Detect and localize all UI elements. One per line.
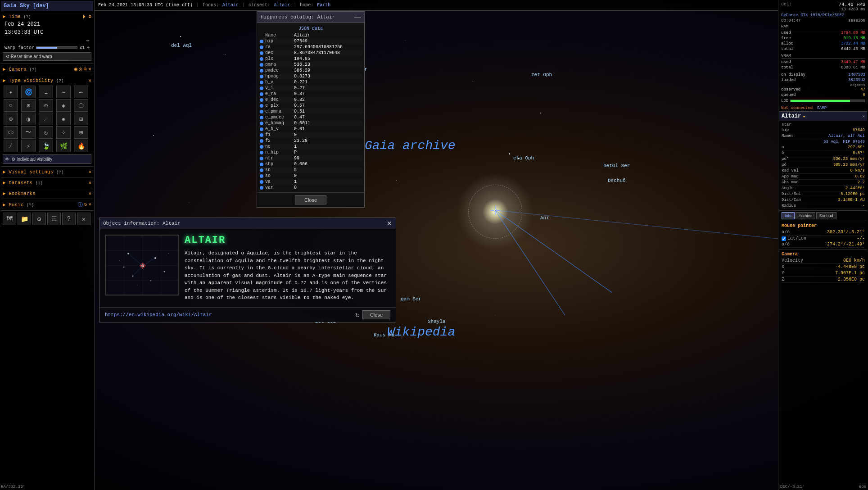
catalog-row: so0 <box>259 173 362 179</box>
type-swirl-icon[interactable]: ⊙ <box>39 99 53 112</box>
fps-value: 74.46 FPS <box>839 2 865 7</box>
catalog-val: 0.27 <box>294 86 305 91</box>
type-circle-icon[interactable]: ○ <box>4 99 18 112</box>
bookmarks-close[interactable]: ✕ <box>88 191 91 196</box>
camera-close-icon[interactable]: ✕ <box>88 66 91 73</box>
camera-icon2[interactable]: ◎ <box>79 66 82 73</box>
catalog-row: e_ra0.37 <box>259 91 362 97</box>
hipparcos-close-btn[interactable]: — <box>354 14 361 21</box>
warp-value: x1 <box>79 45 85 50</box>
type-flame-icon[interactable]: 🔥 <box>74 140 88 152</box>
list-icon-btn[interactable]: ☰ <box>47 213 61 225</box>
type-visibility-header[interactable]: ▶ Type visibility (?) ✕ <box>3 77 91 84</box>
catalog-row: b_v0.221 <box>259 79 362 85</box>
time-settings-icon[interactable]: ⚙ <box>88 14 91 19</box>
catalog-val: 0.01 <box>294 127 305 132</box>
bookmarks-header[interactable]: ▶ Bookmarks ✕ <box>3 190 91 197</box>
radius-val: - <box>863 204 865 208</box>
mouse-alpha-val: 302.33°/-3.21° <box>827 230 865 235</box>
ram-label: RAM <box>781 24 788 29</box>
type-asteroid-icon[interactable]: ✸ <box>56 113 71 125</box>
visual-settings-header[interactable]: ▶ Visual settings (?) ✕ <box>3 168 91 176</box>
time-section-header[interactable]: ▶ Time (?) ⏵ ⚙ <box>3 13 91 20</box>
hipparcos-footer: Close <box>257 192 364 207</box>
obj-refresh-icon[interactable]: ↻ <box>355 310 360 319</box>
names-key: Names <box>782 134 794 138</box>
catalog-val: 1 <box>294 179 297 184</box>
type-spiral-icon[interactable]: ⊛ <box>21 99 36 112</box>
simbad-btn[interactable]: Simbad <box>816 212 836 219</box>
visual-settings-close[interactable]: ✕ <box>88 169 91 175</box>
catalog-row: pmdec385.29 <box>259 68 362 73</box>
music-close-icon[interactable]: ✕ <box>88 201 91 208</box>
vtotal-val: 8388.61 MB <box>841 65 865 70</box>
help-icon-btn[interactable]: ? <box>62 213 76 225</box>
datasets-close[interactable]: ✕ <box>88 180 91 186</box>
catalog-val: 385.29 <box>294 68 310 73</box>
topbar-home-value[interactable]: Earth <box>317 3 330 8</box>
catalog-key: Name <box>265 33 292 38</box>
obj-close-btn[interactable]: Close <box>362 310 390 319</box>
time-edit-icon[interactable]: ✏ <box>86 37 90 44</box>
type-galaxy-icon[interactable]: 🌀 <box>21 86 36 98</box>
type-moon-icon[interactable]: ◑ <box>21 113 36 125</box>
altair-panel-close[interactable]: ✕ <box>863 114 865 119</box>
samp-section: Not connected SAMP <box>779 105 867 111</box>
eye-icon: 👁 <box>5 157 9 162</box>
objects-section: on display 1487503 loaded 38239U2 object… <box>779 71 867 105</box>
camera-section-header[interactable]: ▶ Camera (?) ◉ ◎ ⊕ ✕ <box>3 65 91 73</box>
type-cube-icon[interactable]: ⬡ <box>74 99 88 112</box>
app-title: Gaia Sky [dev] <box>1 1 93 11</box>
type-nebula-icon[interactable]: ☁ <box>39 86 53 98</box>
reset-time-warp-btn[interactable]: ↺ Reset time and warp <box>3 52 91 61</box>
type-ellipse-icon[interactable]: ⬭ <box>4 126 18 139</box>
exit-icon-btn[interactable]: ✕ <box>77 213 90 225</box>
time-section-label: ▶ Time (?) <box>3 14 31 19</box>
date-display: Feb 24 2021 <box>3 20 91 28</box>
catalog-val: 194.95 <box>294 56 310 61</box>
type-grid-icon[interactable]: ⊞ <box>74 126 88 139</box>
type-comet-icon[interactable]: ☄ <box>39 113 53 125</box>
music-header[interactable]: ▶ Music (?) ⓘ ↻ ✕ <box>3 200 91 209</box>
type-pen-icon[interactable]: ✒ <box>74 86 88 98</box>
type-star-icon[interactable]: ✦ <box>4 86 18 98</box>
alloc-label: alloc <box>781 41 793 46</box>
type-bolt-icon[interactable]: ⚡ <box>21 140 36 152</box>
info-btn[interactable]: Info <box>782 212 795 219</box>
folder-icon-btn[interactable]: 📁 <box>18 213 31 225</box>
lat-checkbox[interactable] <box>782 236 786 241</box>
warp-plus-btn[interactable]: + <box>86 45 90 50</box>
settings-icon-btn[interactable]: ⚙ <box>32 213 46 225</box>
archive-btn[interactable]: Archive <box>796 212 815 219</box>
json-data-link[interactable]: JSON data <box>259 25 362 32</box>
music-info-icon[interactable]: ⓘ <box>78 201 83 208</box>
type-loop-icon[interactable]: ↻ <box>39 126 53 139</box>
type-wave-icon[interactable]: 〜 <box>21 126 36 139</box>
individual-visibility-btn[interactable]: 👁 ⚙ Individual visibility <box>3 154 91 164</box>
type-leaf-icon[interactable]: 🍃 <box>39 140 53 152</box>
type-cluster-icon[interactable]: ⋯ <box>56 86 71 98</box>
lod-bar <box>790 100 865 102</box>
obj-wiki-link[interactable]: https://en.wikipedia.org/wiki/Altair <box>105 312 212 318</box>
camera-icon1[interactable]: ◉ <box>74 66 77 73</box>
map-icon-btn[interactable]: 🗺 <box>3 213 16 225</box>
left-sidebar: Gaia Sky [dev] ▶ Time (?) ⏵ ⚙ Feb 24 202… <box>0 0 95 490</box>
lod-label: LOD <box>781 99 788 103</box>
catalog-row: ntr99 <box>259 155 362 161</box>
music-refresh-icon[interactable]: ↻ <box>84 201 87 208</box>
type-ring-icon[interactable]: ◈ <box>56 99 71 112</box>
time-play-btn[interactable]: ⏵ <box>82 14 87 19</box>
camera-icon3[interactable]: ⊕ <box>84 66 87 73</box>
type-tree-icon[interactable]: 🌿 <box>56 140 71 152</box>
topbar-focus-value[interactable]: Altair <box>222 3 239 8</box>
hipparcos-close-bottom-btn[interactable]: Close <box>295 195 326 204</box>
type-planet-icon[interactable]: ⊕ <box>4 113 18 125</box>
type-sat-icon[interactable]: ⊞ <box>74 113 88 125</box>
warp-bar[interactable] <box>36 46 77 49</box>
type-ruler-icon[interactable]: ∕ <box>4 140 18 152</box>
obj-close-top-btn[interactable]: ✕ <box>387 220 392 227</box>
type-visibility-close[interactable]: ✕ <box>88 77 91 83</box>
datasets-header[interactable]: ▶ Datasets (1) ✕ <box>3 179 91 186</box>
topbar-closest-value[interactable]: Altair <box>274 3 290 8</box>
type-dots-icon[interactable]: ⁘ <box>56 126 71 139</box>
